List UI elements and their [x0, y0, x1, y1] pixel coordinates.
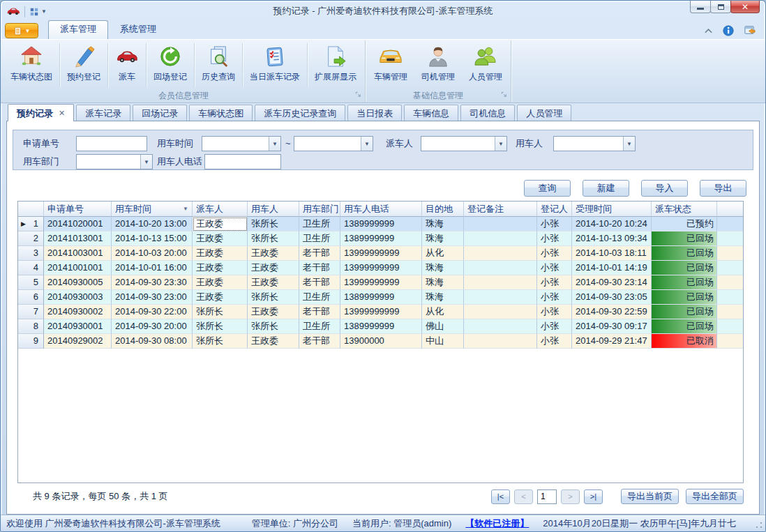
close-button[interactable]: ✕ [730, 1, 760, 13]
user-select[interactable]: ▼ [553, 136, 636, 151]
grid-column-header[interactable]: 目的地 [422, 202, 464, 217]
grid-cell[interactable]: 小张 [537, 290, 572, 305]
grid-cell[interactable]: 小张 [537, 319, 572, 334]
ribbon-tab[interactable]: 派车管理 [48, 20, 108, 39]
grid-cell[interactable]: 2014-10-03 18:11 [572, 246, 652, 261]
grid-cell[interactable] [464, 275, 537, 290]
ribbon-button[interactable]: 车辆管理 [367, 40, 414, 90]
grid-cell[interactable] [464, 305, 537, 319]
grid-cell[interactable]: 王政委 [193, 217, 248, 231]
grid-cell[interactable] [464, 217, 537, 231]
grid-cell[interactable]: 20141020001 [44, 217, 112, 231]
grid-column-header[interactable]: 用车人电话 [340, 202, 422, 217]
info-button[interactable] [723, 25, 734, 36]
table-row[interactable]: 3201410030012014-10-03 20:00王政委王政委老干部139… [18, 246, 743, 261]
doc-tab[interactable]: 派车记录 [76, 105, 130, 121]
ribbon-button[interactable]: 派车 [108, 40, 146, 90]
ribbon-button[interactable]: 回场登记 [147, 40, 194, 90]
doc-tab[interactable]: 当日报表 [347, 105, 402, 121]
table-row[interactable]: 9201409290022014-09-30 08:00张所长王政委老干部139… [18, 334, 743, 349]
grid-cell[interactable]: 卫生所 [299, 319, 340, 334]
grid-cell[interactable]: 珠海 [422, 275, 464, 290]
grid-cell[interactable]: 1389999999 [340, 290, 422, 305]
grid-cell[interactable]: 卫生所 [299, 217, 340, 231]
ribbon-button[interactable]: 人员管理 [462, 40, 509, 90]
grid-cell[interactable]: 卫生所 [299, 290, 340, 305]
dispatch-status-cell[interactable]: 已回场 [652, 275, 717, 290]
grid-cell[interactable]: 13999999999 [340, 246, 422, 261]
phone-input[interactable] [204, 154, 281, 169]
minimize-button[interactable] [690, 1, 711, 13]
doc-tab[interactable]: 司机信息 [460, 105, 515, 121]
export-all-pages-button[interactable]: 导出全部页 [686, 489, 744, 504]
grid-cell[interactable]: 张所长 [248, 290, 299, 305]
grid-cell[interactable]: 2014-10-01 16:00 [112, 261, 193, 275]
registered-link[interactable]: 【软件已注册】 [465, 517, 529, 530]
grid-cell[interactable]: 中山 [422, 334, 464, 349]
grid-cell[interactable]: 20140929002 [44, 334, 112, 349]
doc-tab[interactable]: 车辆状态图 [189, 105, 253, 121]
doc-tab[interactable]: 车辆信息 [404, 105, 458, 121]
grid-cell[interactable]: 2014-10-13 09:34 [572, 231, 652, 246]
grid-cell[interactable]: 小张 [537, 275, 572, 290]
dialog-launcher-icon[interactable] [355, 91, 361, 98]
grid-cell[interactable]: 20141001001 [44, 261, 112, 275]
grid-cell[interactable] [464, 319, 537, 334]
ribbon-button[interactable]: 扩展屏显示 [308, 40, 363, 90]
grid-cell[interactable]: 王政委 [248, 305, 299, 319]
query-button[interactable]: 查询 [524, 180, 571, 197]
page-input[interactable] [537, 489, 557, 504]
grid-column-header[interactable]: 派车状态 [652, 202, 717, 217]
grid-cell[interactable]: 2014-10-13 15:00 [112, 231, 193, 246]
grid-cell[interactable]: 张所长 [193, 334, 248, 349]
create-button[interactable]: 新建 [583, 180, 629, 197]
app-menu-button[interactable]: ▼ [5, 23, 38, 38]
dispatch-status-cell[interactable]: 已回场 [652, 319, 717, 334]
grid-cell[interactable]: 20140930003 [44, 290, 112, 305]
table-row[interactable]: 6201409300032014-09-30 23:00王政委张所长卫生所138… [18, 290, 743, 305]
grid-column-header[interactable]: 用车部门 [299, 202, 340, 217]
grid-cell[interactable]: 13900000 [340, 334, 422, 349]
table-row[interactable]: 7201409300022014-09-30 22:00张所长王政委老干部139… [18, 305, 743, 319]
grid-cell[interactable]: 珠海 [422, 231, 464, 246]
grid-cell[interactable]: 小张 [537, 231, 572, 246]
grid-cell[interactable]: 王政委 [193, 231, 248, 246]
grid-column-header[interactable]: 受理时间 [572, 202, 652, 217]
grid-cell[interactable]: 王政委 [193, 246, 248, 261]
ribbon-tab[interactable]: 系统管理 [108, 20, 168, 39]
export-current-page-button[interactable]: 导出当前页 [621, 489, 679, 504]
grid-cell[interactable]: 2014-10-20 13:00 [112, 217, 193, 231]
grid-cell[interactable]: 2014-09-30 09:17 [572, 319, 652, 334]
grid-cell[interactable] [464, 231, 537, 246]
use-time-to-select[interactable]: ▼ [294, 136, 373, 151]
grid-cell[interactable]: 20140930002 [44, 305, 112, 319]
grid-cell[interactable]: 老干部 [299, 275, 340, 290]
dispatch-status-cell[interactable]: 已取消 [652, 334, 717, 349]
doc-tab[interactable]: 回场记录 [133, 105, 187, 121]
grid-cell[interactable]: 2014-09-29 21:47 [572, 334, 652, 349]
quick-access-toolbar-button[interactable]: ▼ [29, 7, 47, 17]
grid-cell[interactable]: 张所长 [248, 319, 299, 334]
grid-cell[interactable]: 2014-10-01 14:19 [572, 261, 652, 275]
grid-cell[interactable]: 张所长 [248, 231, 299, 246]
doc-tab[interactable]: 派车历史记录查询 [255, 105, 345, 121]
grid-cell[interactable]: 2014-09-30 22:00 [112, 305, 193, 319]
grid-cell[interactable]: 老干部 [299, 334, 340, 349]
grid-cell[interactable]: 20140930005 [44, 275, 112, 290]
department-select[interactable]: ▼ [76, 154, 153, 169]
grid-cell[interactable]: 张所长 [248, 217, 299, 231]
last-page-button[interactable]: >| [584, 489, 603, 504]
grid-cell[interactable]: 2014-09-30 23:30 [112, 275, 193, 290]
grid-cell[interactable]: 佛山 [422, 319, 464, 334]
dispatch-status-cell[interactable]: 已回场 [652, 261, 717, 275]
grid-cell[interactable]: 王政委 [248, 334, 299, 349]
grid-cell[interactable]: 2014-09-30 23:05 [572, 290, 652, 305]
dispatch-status-cell[interactable]: 已回场 [652, 290, 717, 305]
import-button[interactable]: 导入 [641, 180, 688, 197]
dispatch-status-cell[interactable]: 已预约 [652, 217, 717, 231]
dispatcher-select[interactable]: ▼ [421, 136, 507, 151]
grid-cell[interactable]: 张所长 [193, 319, 248, 334]
sort-arrow-icon[interactable]: ▼ [183, 202, 188, 216]
dispatch-status-cell[interactable]: 已回场 [652, 231, 717, 246]
ribbon-button[interactable]: 车辆状态图 [3, 40, 59, 90]
